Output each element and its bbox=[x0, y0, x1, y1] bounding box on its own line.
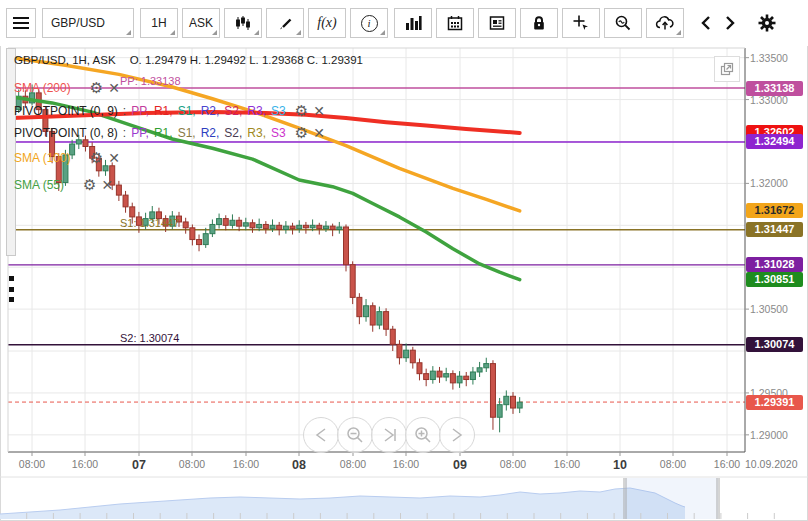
candle-body bbox=[277, 225, 282, 229]
price-axis-badge: 1.30074 bbox=[746, 337, 803, 352]
menu-button[interactable] bbox=[6, 8, 36, 38]
time-axis-tick: 08:00 bbox=[500, 458, 526, 470]
pivot-line-label: S2: 1.30074 bbox=[120, 332, 179, 344]
price-axis-tick: 1.32000 bbox=[750, 177, 804, 189]
hamburger-icon bbox=[13, 17, 29, 29]
axis-date-label: 10.09.2020 bbox=[745, 458, 798, 470]
timeframe-label: 1H bbox=[151, 16, 166, 30]
indicator-settings-icon[interactable]: ⚙ bbox=[295, 125, 308, 140]
indicator-label: SMA (100) bbox=[14, 151, 71, 165]
indicator-settings-icon[interactable]: ⚙ bbox=[295, 103, 308, 118]
time-axis-tick: 16:00 bbox=[72, 458, 98, 470]
candle-body bbox=[390, 329, 395, 344]
candle-body bbox=[430, 371, 435, 379]
pivot-level-label: R1, bbox=[154, 104, 173, 118]
price-type-label: ASK bbox=[189, 16, 213, 30]
zoom-out-button[interactable] bbox=[337, 417, 373, 453]
cloud-upload-button[interactable] bbox=[646, 8, 684, 38]
candle-body bbox=[310, 225, 315, 228]
time-axis-tick: 10 bbox=[613, 458, 627, 472]
candle-body bbox=[317, 225, 322, 228]
indicator-settings-icon[interactable]: ⚙ bbox=[90, 150, 103, 165]
time-axis-tick: 08:00 bbox=[179, 458, 205, 470]
pivot-level-label: S2, bbox=[224, 104, 242, 118]
candle-body bbox=[76, 140, 81, 144]
lock-icon bbox=[530, 14, 548, 32]
time-axis-tick: 16:00 bbox=[714, 458, 740, 470]
legend-colon: : bbox=[123, 104, 126, 118]
candle-body bbox=[344, 227, 349, 265]
pivot-level-label: S1, bbox=[178, 126, 196, 140]
candle-body bbox=[183, 222, 188, 228]
navigator-selection[interactable] bbox=[625, 478, 718, 519]
indicator-label: PIVOTPOINT (0, 9) bbox=[14, 104, 118, 118]
price-type-select[interactable]: ASK bbox=[182, 8, 220, 38]
draw-tools-button[interactable] bbox=[266, 8, 304, 38]
popout-chart-button[interactable] bbox=[714, 56, 740, 82]
info-button[interactable]: i bbox=[350, 8, 388, 38]
symbol-select[interactable]: GBP/USD bbox=[42, 8, 134, 38]
pivot-level-label: S3 bbox=[271, 104, 286, 118]
zoom-in-button[interactable] bbox=[405, 417, 441, 453]
settings-button[interactable] bbox=[752, 8, 782, 38]
candle-body bbox=[257, 224, 262, 227]
candle-body bbox=[357, 297, 362, 316]
candle-body bbox=[210, 224, 215, 233]
zoom-fit-button[interactable] bbox=[604, 8, 642, 38]
panel-drag-grip[interactable] bbox=[9, 276, 15, 302]
volume-button[interactable] bbox=[394, 8, 432, 38]
indicator-remove-icon[interactable]: ✕ bbox=[313, 126, 325, 140]
function-icon: f(x) bbox=[317, 15, 336, 31]
chart-style-button[interactable] bbox=[224, 8, 262, 38]
navigator-area[interactable] bbox=[0, 488, 685, 519]
indicator-remove-icon[interactable]: ✕ bbox=[108, 151, 120, 165]
news-panel-button[interactable] bbox=[478, 8, 516, 38]
chevron-left-icon bbox=[699, 14, 713, 32]
time-axis-tick: 16:00 bbox=[393, 458, 419, 470]
crosshair-button[interactable] bbox=[562, 8, 600, 38]
candle-body bbox=[297, 225, 302, 228]
candle-body bbox=[337, 227, 342, 230]
candle-body bbox=[517, 402, 522, 408]
candle-body bbox=[450, 374, 455, 383]
indicator-settings-icon[interactable]: ⚙ bbox=[83, 177, 96, 192]
candle-body bbox=[123, 195, 128, 207]
indicator-remove-icon[interactable]: ✕ bbox=[101, 178, 113, 192]
price-axis-badge: 1.31028 bbox=[746, 257, 803, 272]
legend-colon: : bbox=[123, 126, 126, 140]
price-axis-tick: 1.33500 bbox=[750, 52, 804, 64]
go-to-latest-icon bbox=[373, 419, 405, 451]
candle-body bbox=[203, 234, 208, 245]
candle-body bbox=[303, 225, 308, 228]
lock-button[interactable] bbox=[520, 8, 558, 38]
candle-body bbox=[384, 312, 389, 330]
pivot-level-label: R3, bbox=[247, 104, 266, 118]
indicator-remove-icon[interactable]: ✕ bbox=[108, 81, 120, 95]
timeframe-select[interactable]: 1H bbox=[140, 8, 178, 38]
pan-right-button[interactable] bbox=[439, 417, 475, 453]
pan-left-button[interactable] bbox=[303, 417, 339, 453]
price-axis-badge: 1.31672 bbox=[746, 203, 803, 218]
candle-body bbox=[190, 228, 195, 240]
pivot-level-label: R2, bbox=[201, 126, 220, 140]
price-axis-badge: 1.30851 bbox=[746, 272, 803, 287]
chart-title: GBP/USD, 1H, ASK bbox=[14, 54, 116, 66]
calendar-icon bbox=[446, 14, 464, 32]
cloud-upload-icon bbox=[655, 14, 675, 32]
candle-body bbox=[350, 265, 355, 298]
go-to-latest-button[interactable] bbox=[371, 417, 407, 453]
volume-bars-icon bbox=[404, 14, 422, 32]
indicator-label: SMA (55) bbox=[14, 178, 64, 192]
candle-body bbox=[444, 374, 449, 377]
scroll-right-button[interactable] bbox=[718, 8, 742, 38]
indicator-settings-icon[interactable]: ⚙ bbox=[90, 80, 103, 95]
time-axis-tick: 07 bbox=[132, 458, 146, 472]
calendar-button[interactable] bbox=[436, 8, 474, 38]
indicators-button[interactable]: f(x) bbox=[308, 8, 346, 38]
legend-row: SMA (55)⚙✕ bbox=[14, 177, 113, 192]
scroll-left-button[interactable] bbox=[694, 8, 718, 38]
indicator-remove-icon[interactable]: ✕ bbox=[313, 104, 325, 118]
pivot-level-label: S1, bbox=[178, 104, 196, 118]
magnifier-wave-icon bbox=[614, 14, 632, 32]
candle-body bbox=[497, 405, 502, 418]
